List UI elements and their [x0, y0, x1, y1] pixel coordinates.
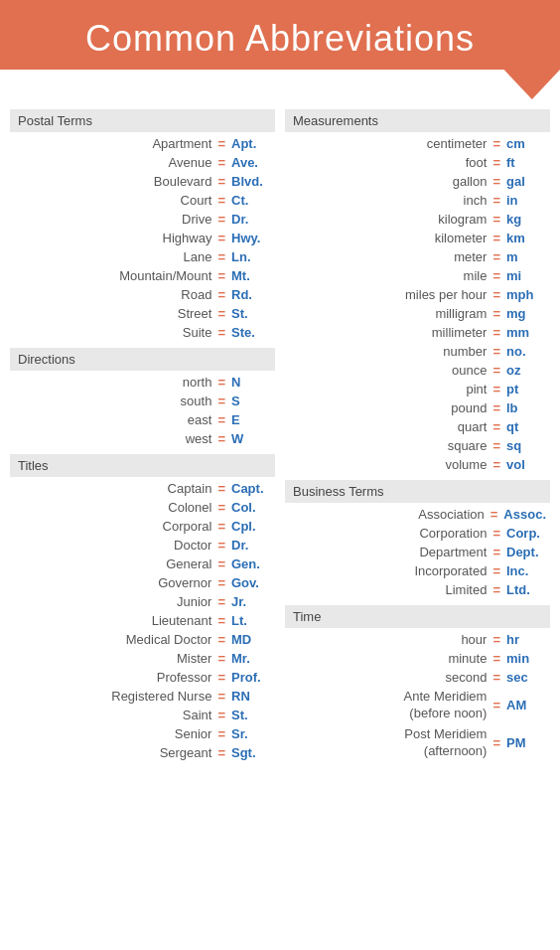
- abbreviation-short: vol: [506, 457, 546, 472]
- abbreviation-term: Mountain/Mount: [14, 268, 211, 283]
- list-item: Mister=Mr.: [10, 649, 275, 668]
- abbreviation-short: gal: [506, 174, 546, 189]
- abbreviation-term: Registered Nurse: [14, 689, 211, 704]
- abbreviation-term: Court: [14, 193, 211, 208]
- abbreviation-short: Lt.: [231, 613, 271, 628]
- list-item: Suite=Ste.: [10, 323, 275, 342]
- abbreviation-short: hr: [506, 632, 546, 647]
- abbreviation-term: Sergeant: [14, 745, 211, 760]
- equals-sign: =: [217, 670, 225, 685]
- abbreviation-short: sq: [506, 438, 546, 453]
- equals-sign: =: [217, 745, 225, 760]
- list-item: Corporation=Corp.: [285, 524, 550, 543]
- list-item: Department=Dept.: [285, 543, 550, 561]
- abbreviation-short: Capt.: [231, 481, 271, 496]
- list-item: Association=Assoc.: [285, 505, 550, 524]
- section-header-measurements: Measurements: [285, 109, 550, 132]
- abbreviation-term: Junior: [14, 594, 211, 609]
- equals-sign: =: [492, 174, 500, 189]
- abbreviation-term: Incorporated: [289, 563, 487, 578]
- list-item: pint=pt: [285, 380, 550, 398]
- equals-sign: =: [217, 193, 225, 208]
- equals-sign: =: [492, 249, 500, 264]
- equals-sign: =: [217, 306, 225, 321]
- list-item: Ante Meridiem(before noon)=AM: [285, 687, 550, 724]
- section-header-business: Business Terms: [285, 480, 550, 503]
- equals-sign: =: [217, 689, 225, 704]
- equals-sign: =: [217, 500, 225, 515]
- abbreviation-short: mg: [506, 306, 546, 321]
- list-item: north=N: [10, 373, 275, 392]
- abbreviation-term: centimeter: [289, 136, 487, 151]
- section-header-time: Time: [285, 605, 550, 628]
- abbreviation-short: Gov.: [231, 575, 271, 590]
- abbreviation-term: west: [14, 431, 211, 446]
- equals-sign: =: [217, 726, 225, 741]
- abbreviation-short: Prof.: [231, 670, 271, 685]
- abbreviation-short: Dept.: [506, 545, 546, 559]
- list-item: number=no.: [285, 342, 550, 361]
- equals-sign: =: [492, 325, 500, 340]
- abbreviation-short: lb: [506, 400, 546, 415]
- abbreviation-term: south: [14, 394, 211, 408]
- abbreviation-term: quart: [289, 419, 487, 434]
- equals-sign: =: [492, 670, 500, 685]
- abbreviation-short: kg: [506, 212, 546, 227]
- abbreviation-short: Cpl.: [231, 519, 271, 534]
- list-item: Drive=Dr.: [10, 210, 275, 229]
- equals-sign: =: [217, 556, 225, 571]
- list-item: Corporal=Cpl.: [10, 517, 275, 536]
- list-item: Lane=Ln.: [10, 247, 275, 266]
- abbreviation-short: Ct.: [231, 193, 271, 208]
- abbreviation-short: in: [506, 193, 546, 208]
- abbreviation-term: Association: [289, 507, 485, 522]
- abbreviation-short: Rd.: [231, 287, 271, 302]
- abbreviation-short: Ln.: [231, 249, 271, 264]
- list-item: minute=min: [285, 649, 550, 668]
- abbreviation-short: Ave.: [231, 155, 271, 170]
- list-item: ounce=oz: [285, 361, 550, 380]
- equals-sign: =: [217, 136, 225, 151]
- abbreviation-short: no.: [506, 344, 546, 359]
- list-item: Sergeant=Sgt.: [10, 743, 275, 762]
- list-item: volume=vol: [285, 455, 550, 474]
- abbreviation-term-multi: Post Meridiem(afternoon): [289, 726, 487, 760]
- abbreviation-term: Street: [14, 306, 211, 321]
- list-item: west=W: [10, 429, 275, 448]
- abbreviation-short: MD: [231, 632, 271, 647]
- list-item: foot=ft: [285, 153, 550, 172]
- list-item: quart=qt: [285, 417, 550, 436]
- equals-sign: =: [217, 632, 225, 647]
- abbreviation-short: Ltd.: [506, 582, 546, 597]
- list-item: Registered Nurse=RN: [10, 687, 275, 706]
- abbreviation-term: north: [14, 375, 211, 390]
- equals-sign: =: [217, 231, 225, 245]
- equals-sign: =: [492, 231, 500, 245]
- abbreviation-short: Jr.: [231, 594, 271, 609]
- equals-sign: =: [492, 545, 500, 559]
- abbreviation-term: kilometer: [289, 231, 487, 245]
- section-header-titles: Titles: [10, 454, 275, 477]
- abbreviation-term: Road: [14, 287, 211, 302]
- equals-sign: =: [492, 344, 500, 359]
- abbreviation-term: Senior: [14, 726, 211, 741]
- equals-sign: =: [217, 708, 225, 722]
- list-item: centimeter=cm: [285, 134, 550, 153]
- equals-sign: =: [492, 698, 500, 712]
- abbreviation-short: Apt.: [231, 136, 271, 151]
- abbreviation-short: min: [506, 651, 546, 666]
- equals-sign: =: [217, 155, 225, 170]
- abbreviation-term: Lane: [14, 249, 211, 264]
- right-column: Measurementscentimeter=cmfoot=ftgallon=g…: [285, 109, 550, 768]
- equals-sign: =: [217, 325, 225, 340]
- abbreviation-term: pound: [289, 400, 487, 415]
- abbreviation-term: minute: [289, 651, 487, 666]
- equals-sign: =: [492, 526, 500, 541]
- abbreviation-short: cm: [506, 136, 546, 151]
- equals-sign: =: [492, 363, 500, 378]
- list-item: kilometer=km: [285, 229, 550, 247]
- equals-sign: =: [492, 632, 500, 647]
- abbreviation-term: Colonel: [14, 500, 211, 515]
- equals-sign: =: [490, 507, 498, 522]
- list-item: Captain=Capt.: [10, 479, 275, 498]
